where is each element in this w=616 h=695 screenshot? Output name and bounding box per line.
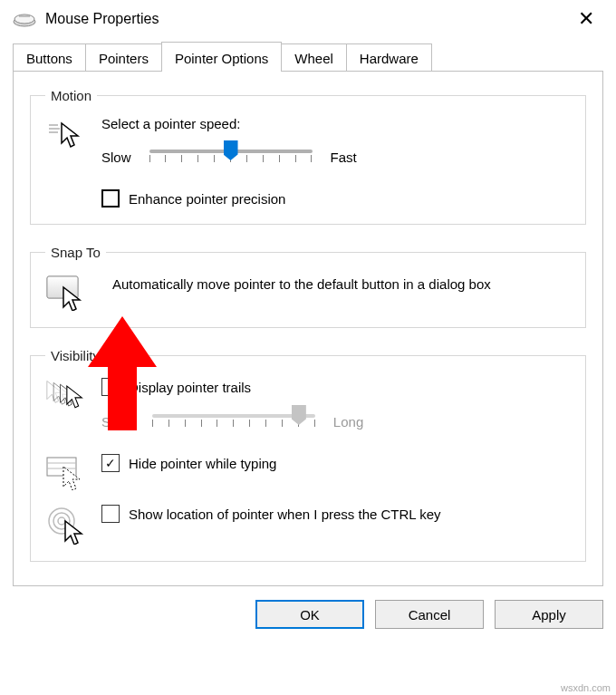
titlebar: Mouse Properties ✕ <box>0 0 616 40</box>
snap-to-label: Automatically move pointer to the defaul… <box>112 275 491 294</box>
speed-slow-label: Slow <box>101 150 131 165</box>
group-snapto-legend: Snap To <box>45 245 106 260</box>
checkbox-icon <box>101 505 120 523</box>
pointer-speed-icon <box>45 116 85 150</box>
tab-pointers[interactable]: Pointers <box>85 43 162 72</box>
trails-slider <box>152 409 315 434</box>
pointer-speed-label: Select a pointer speed: <box>101 116 571 131</box>
cancel-button[interactable]: Cancel <box>375 600 484 629</box>
pointer-speed-slider[interactable] <box>149 144 313 169</box>
group-visibility-legend: Visibility <box>45 348 105 363</box>
display-trails-checkbox[interactable]: Display pointer trails <box>101 378 571 396</box>
display-trails-label: Display pointer trails <box>129 380 251 395</box>
trails-long-label: Long <box>333 414 363 430</box>
enhance-precision-checkbox[interactable]: Enhance pointer precision <box>101 189 285 208</box>
pointer-trails-icon <box>45 376 85 414</box>
ok-button[interactable]: OK <box>255 600 364 629</box>
snap-to-icon <box>45 273 85 311</box>
enhance-precision-label: Enhance pointer precision <box>129 191 285 207</box>
apply-button[interactable]: Apply <box>495 600 603 629</box>
tab-pointer-options[interactable]: Pointer Options <box>161 42 282 72</box>
hide-typing-icon <box>45 452 85 490</box>
snap-to-checkbox[interactable]: Automatically move pointer to the defaul… <box>101 275 571 294</box>
tab-hardware[interactable]: Hardware <box>346 43 432 72</box>
group-snap-to: Snap To Automatically move pointer to th… <box>30 245 586 328</box>
checkbox-icon <box>101 189 120 208</box>
show-location-checkbox[interactable]: Show location of pointer when I press th… <box>101 505 571 523</box>
mouse-device-icon <box>13 11 36 27</box>
hide-typing-label: Hide pointer while typing <box>129 456 276 471</box>
group-visibility: Visibility Display pointer trails Short <box>30 348 586 562</box>
svg-rect-9 <box>47 458 76 476</box>
speed-fast-label: Fast <box>331 150 357 165</box>
checkbox-icon <box>101 378 120 396</box>
show-location-icon <box>45 503 85 545</box>
tab-wheel[interactable]: Wheel <box>281 43 347 72</box>
checkbox-icon: ✓ <box>101 454 120 472</box>
trails-short-label: Short <box>101 414 134 430</box>
group-motion-legend: Motion <box>45 88 97 103</box>
show-location-label: Show location of pointer when I press th… <box>129 507 441 522</box>
svg-point-14 <box>58 517 65 525</box>
dialog-buttons: OK Cancel Apply <box>13 600 603 629</box>
tab-panel-pointer-options: Motion Select a pointer speed: Slow <box>13 71 603 586</box>
watermark: wsxdn.com <box>561 682 611 693</box>
tab-strip: Buttons Pointers Pointer Options Wheel H… <box>13 43 603 72</box>
group-motion: Motion Select a pointer speed: Slow <box>30 88 586 225</box>
tab-buttons[interactable]: Buttons <box>13 43 86 72</box>
close-button[interactable]: ✕ <box>569 5 603 33</box>
hide-typing-checkbox[interactable]: ✓ Hide pointer while typing <box>101 454 571 472</box>
window-title: Mouse Properties <box>45 11 159 27</box>
